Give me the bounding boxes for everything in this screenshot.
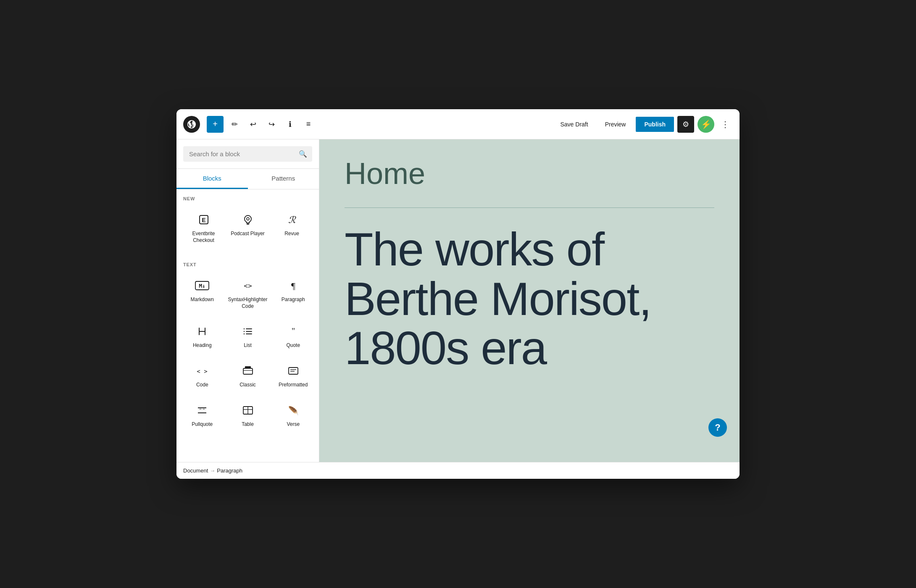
search-area: 🔍 — [176, 139, 319, 169]
table-icon — [240, 402, 256, 419]
redo-button[interactable]: ↪ — [264, 117, 279, 132]
undo-icon: ↩ — [250, 120, 256, 129]
more-options-button[interactable]: ⋮ — [718, 117, 733, 132]
big-text: The works of Berthe Morisot, 1800s era — [345, 225, 714, 373]
block-quote[interactable]: " Quote — [274, 318, 312, 354]
verse-label: Verse — [287, 421, 300, 428]
revue-icon: ℛ — [284, 211, 300, 228]
pullquote-icon: " " — [194, 402, 211, 419]
ellipsis-icon: ⋮ — [721, 119, 729, 129]
code-label: Code — [196, 382, 208, 388]
wp-logo — [183, 116, 200, 133]
jetpack-icon: ⚡ — [701, 119, 711, 129]
svg-text:"  ": " " — [200, 407, 205, 413]
content-area[interactable]: Home The works of Berthe Morisot, 1800s … — [319, 139, 740, 462]
settings-button[interactable]: ⚙ — [677, 116, 694, 133]
podcast-icon — [240, 211, 256, 228]
toolbar: + ✏ ↩ ↪ ℹ ≡ Save Draft Preview Publish ⚙… — [176, 109, 740, 139]
section-new-label: NEW — [183, 196, 312, 201]
svg-text:<>: <> — [244, 282, 252, 290]
heading-icon — [194, 323, 211, 340]
block-preformatted[interactable]: Preformatted — [274, 357, 312, 394]
svg-rect-23 — [289, 368, 298, 374]
preview-button[interactable]: Preview — [598, 118, 633, 131]
block-paragraph[interactable]: ¶ Paragraph — [274, 272, 312, 315]
syntax-icon: <> — [240, 277, 256, 294]
list-view-icon: ≡ — [306, 120, 311, 129]
block-heading[interactable]: Heading — [183, 318, 221, 354]
block-code[interactable]: < > Code — [183, 357, 221, 394]
paragraph-label: Paragraph — [282, 297, 305, 303]
block-pullquote[interactable]: " " Pullquote — [183, 397, 221, 433]
breadcrumb-paragraph[interactable]: Paragraph — [217, 467, 242, 474]
tab-blocks[interactable]: Blocks — [176, 169, 248, 189]
publish-button[interactable]: Publish — [636, 117, 674, 132]
content-inner: Home The works of Berthe Morisot, 1800s … — [319, 139, 740, 390]
undo-button[interactable]: ↩ — [245, 117, 261, 132]
gear-icon: ⚙ — [682, 120, 689, 129]
sidebar-tabs: Blocks Patterns — [176, 169, 319, 189]
search-input[interactable] — [183, 146, 312, 162]
add-block-button[interactable]: + — [207, 116, 224, 133]
quote-icon: " — [285, 323, 302, 340]
jetpack-button[interactable]: ⚡ — [698, 116, 714, 133]
tab-patterns[interactable]: Patterns — [248, 169, 319, 189]
list-icon — [240, 323, 256, 340]
block-podcast[interactable]: Podcast Player — [227, 206, 268, 249]
classic-label: Classic — [240, 382, 256, 388]
svg-rect-20 — [243, 368, 253, 374]
svg-rect-22 — [245, 366, 251, 369]
bottom-bar: Document → Paragraph — [176, 462, 740, 479]
svg-text:¶: ¶ — [291, 281, 295, 291]
svg-point-6 — [247, 218, 249, 220]
help-button[interactable]: ? — [708, 418, 727, 437]
browser-window: + ✏ ↩ ↪ ℹ ≡ Save Draft Preview Publish ⚙… — [176, 109, 740, 479]
verse-icon: 🪶 — [285, 402, 302, 419]
text-blocks-grid: M↓ Markdown <> SyntaxHighlighter Code — [183, 272, 312, 433]
block-eventbrite[interactable]: E EventbriteCheckout — [183, 206, 224, 249]
heading-label: Heading — [193, 342, 212, 349]
svg-text:M↓: M↓ — [199, 283, 205, 289]
list-view-button[interactable]: ≡ — [301, 117, 316, 132]
block-list[interactable]: List — [224, 318, 271, 354]
eventbrite-label: EventbriteCheckout — [192, 231, 215, 244]
new-blocks-grid: E EventbriteCheckout — [183, 206, 312, 249]
svg-text:🪶: 🪶 — [288, 406, 298, 416]
big-text-line1: The works of — [345, 223, 604, 276]
block-table[interactable]: Table — [224, 397, 271, 433]
section-text: TEXT M↓ Markdown — [176, 255, 319, 439]
info-button[interactable]: ℹ — [282, 117, 297, 132]
preformatted-label: Preformatted — [279, 382, 308, 388]
svg-text:< >: < > — [197, 368, 208, 375]
block-verse[interactable]: 🪶 Verse — [274, 397, 312, 433]
section-new: NEW E EventbriteCheckout — [176, 189, 319, 255]
svg-text:E: E — [202, 217, 205, 223]
pullquote-label: Pullquote — [192, 421, 213, 428]
search-icon: 🔍 — [299, 150, 307, 158]
eventbrite-icon: E — [195, 211, 212, 228]
svg-text:": " — [292, 326, 295, 336]
pencil-button[interactable]: ✏ — [227, 117, 242, 132]
classic-icon — [240, 362, 256, 379]
table-label: Table — [242, 421, 254, 428]
redo-icon: ↪ — [268, 120, 275, 129]
block-markdown[interactable]: M↓ Markdown — [183, 272, 221, 315]
breadcrumb-document[interactable]: Document — [183, 467, 208, 474]
breadcrumb-arrow: → — [210, 467, 215, 474]
search-box: 🔍 — [183, 146, 312, 162]
page-title: Home — [345, 156, 714, 191]
podcast-label: Podcast Player — [231, 231, 265, 237]
save-draft-button[interactable]: Save Draft — [554, 118, 595, 131]
svg-text:ℛ: ℛ — [288, 215, 296, 225]
plus-icon: + — [213, 119, 218, 129]
block-syntax[interactable]: <> SyntaxHighlighter Code — [224, 272, 271, 315]
code-icon: < > — [194, 362, 211, 379]
block-revue[interactable]: ℛ Revue — [271, 206, 312, 249]
quote-label: Quote — [286, 342, 300, 349]
syntax-label: SyntaxHighlighter Code — [228, 297, 267, 310]
markdown-icon: M↓ — [194, 277, 211, 294]
block-classic[interactable]: Classic — [224, 357, 271, 394]
info-icon: ℹ — [289, 120, 292, 129]
paragraph-icon: ¶ — [285, 277, 302, 294]
content-divider — [345, 207, 714, 208]
